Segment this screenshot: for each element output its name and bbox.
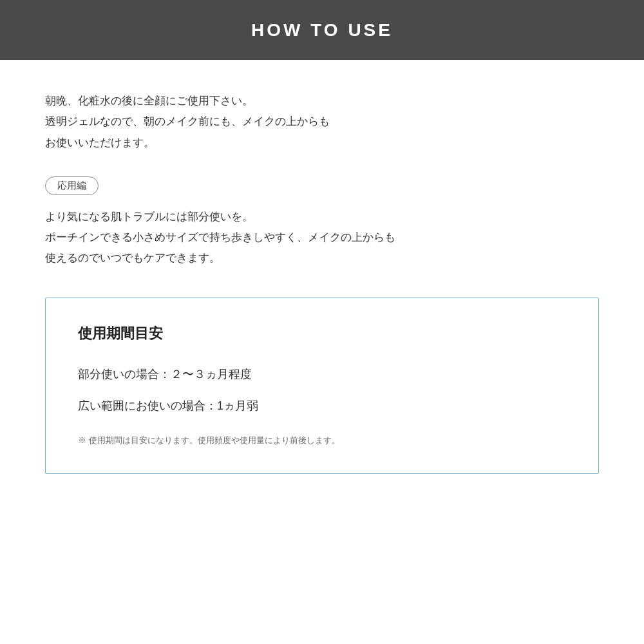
applied-text: より気になる肌トラブルには部分使いを。 ポーチインできる小さめサイズで持ち歩きし… xyxy=(45,207,599,269)
usage-note: ※ 使用期間は目安になります。使用頻度や使用量により前後します。 xyxy=(78,434,566,448)
usage-period-box: 使用期間目安 部分使いの場合：２〜３ヵ月程度 広い範囲にお使いの場合：1ヵ月弱 … xyxy=(45,298,599,474)
page-title: HOW TO USE xyxy=(251,20,393,41)
applied-badge: 応用編 xyxy=(45,176,99,195)
intro-text: 朝晩、化粧水の後に全顔にご使用下さい。 透明ジェルなので、朝のメイク前にも、メイ… xyxy=(45,91,599,153)
usage-item-2: 広い範囲にお使いの場合：1ヵ月弱 xyxy=(78,397,566,415)
usage-item-1: 部分使いの場合：２〜３ヵ月程度 xyxy=(78,365,566,384)
page-header: HOW TO USE xyxy=(0,0,644,60)
usage-box-title: 使用期間目安 xyxy=(78,324,566,343)
main-content: 朝晩、化粧水の後に全顔にご使用下さい。 透明ジェルなので、朝のメイク前にも、メイ… xyxy=(0,60,644,500)
